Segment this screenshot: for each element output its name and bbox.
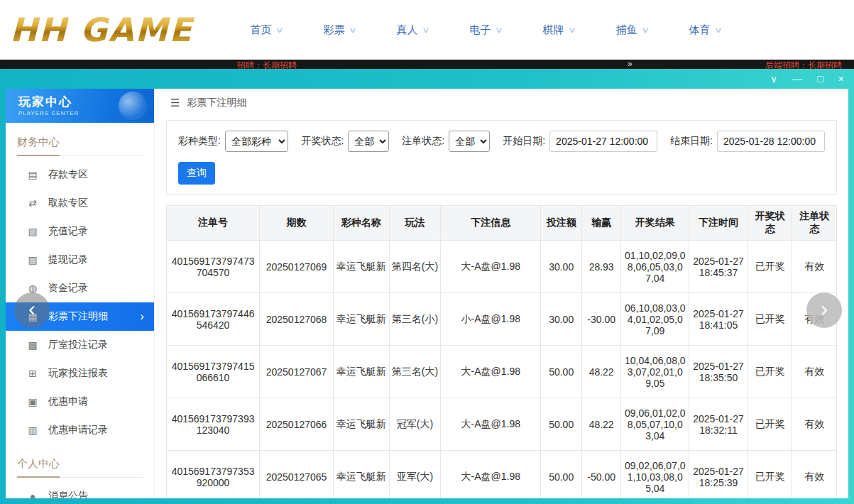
column-header: 下注信息 (441, 206, 541, 241)
table-cell: 401569173797473704570 (167, 241, 260, 293)
column-header: 彩种名称 (333, 206, 389, 241)
sidebar-item[interactable]: ▥优惠申请记录 (6, 416, 154, 444)
nav-item[interactable]: 彩票∨ (303, 23, 376, 37)
column-header: 投注额 (541, 206, 581, 241)
banner-notice: 后端招聘：长期招聘 (765, 60, 842, 69)
table-cell: 已开奖 (748, 346, 792, 398)
collapse-button[interactable]: ∨ (770, 74, 777, 84)
sidebar-section-heading: 财务中心 (17, 136, 143, 156)
recharge-record-icon: ▧ (27, 226, 38, 237)
column-header: 注单号 (167, 206, 260, 241)
draw-status-label: 开奖状态: (301, 135, 344, 148)
lottery-type-label: 彩种类型: (178, 135, 221, 148)
table-row: 40156917379741506661020250127067幸运飞艇新第三名… (167, 346, 837, 398)
table-cell: 已开奖 (748, 451, 792, 499)
table-cell: 2025-01-27 18:41:05 (689, 293, 748, 346)
table-cell: 50.00 (541, 346, 581, 398)
table-cell: 30.00 (541, 293, 581, 346)
table-cell: 09,06,01,02,08,05,07,10,03,04 (621, 398, 689, 451)
main-content: ☰ 彩票下注明细 彩种类型: 全部彩种 开奖状态: 全部 注单状态: 全部 (155, 89, 848, 498)
table-cell: 09,02,06,07,01,10,03,08,05,04 (621, 451, 689, 499)
sidebar-item[interactable]: ⊞玩家投注报表 (6, 359, 154, 388)
banner-next-arrow-icon: » (628, 60, 633, 69)
search-button[interactable]: 查询 (178, 162, 215, 185)
table-cell: 幸运飞艇新 (333, 346, 389, 398)
table-header-row: 注单号期数彩种名称玩法下注信息投注额输赢开奖结果下注时间开奖状态注单状态 (167, 206, 837, 241)
nav-item-label: 捕鱼 (616, 23, 637, 37)
window-titlebar: ∨—□× (0, 69, 854, 89)
start-date-input[interactable] (549, 131, 657, 152)
carousel-right-arrow-icon[interactable]: › (806, 292, 842, 328)
sidebar-item-label: 彩票下注明细 (48, 310, 108, 323)
sidebar-item-label: 优惠申请 (48, 395, 88, 408)
lottery-type-select[interactable]: 全部彩种 (225, 131, 289, 152)
sidebar-menu: ●消息公告 (6, 482, 154, 498)
end-date-input[interactable] (717, 131, 825, 152)
minimize-button[interactable]: — (792, 74, 802, 84)
nav-item[interactable]: 捕鱼∨ (596, 23, 669, 37)
table-cell: 小-A盘@1.98 (441, 293, 541, 346)
column-header: 玩法 (389, 206, 441, 241)
filter-row: 彩种类型: 全部彩种 开奖状态: 全部 注单状态: 全部 开始日期: 结束日期: (178, 131, 825, 152)
table-cell: 大-A盘@1.98 (441, 398, 541, 451)
sidebar-item[interactable]: ●消息公告 (6, 482, 154, 498)
table-row: 40156917379747370457020250127069幸运飞艇新第四名… (167, 241, 837, 293)
sidebar-item[interactable]: ▧充值记录 (6, 217, 154, 246)
table-cell: -50.00 (581, 451, 620, 499)
sidebar-item[interactable]: ▩厅室投注记录 (6, 331, 154, 359)
close-button[interactable]: × (838, 74, 844, 84)
sidebar-item-label: 消息公告 (48, 490, 88, 498)
nav-item-label: 棋牌 (543, 23, 564, 37)
sidebar-item[interactable]: ▨提现记录 (6, 246, 154, 274)
breadcrumb: ☰ 彩票下注明细 (155, 89, 848, 117)
nav-item[interactable]: 首页∨ (230, 23, 303, 37)
filter-panel: 彩种类型: 全部彩种 开奖状态: 全部 注单状态: 全部 开始日期: 结束日期: (166, 120, 837, 195)
table-cell: 20250127065 (260, 451, 334, 499)
nav-item[interactable]: 电子∨ (449, 23, 522, 37)
deposit-icon: ▤ (27, 169, 38, 180)
sidebar-item-label: 取款专区 (48, 197, 88, 209)
nav-item[interactable]: 真人∨ (376, 23, 449, 37)
nav-item[interactable]: 体育∨ (669, 23, 742, 37)
table-cell: 28.93 (581, 241, 620, 293)
column-header: 注单状态 (792, 206, 837, 241)
sphere-decoration-icon (119, 92, 147, 120)
table-cell: 第三名(大) (389, 346, 441, 398)
table-cell: 50.00 (541, 398, 581, 451)
hamburger-menu-icon[interactable]: ☰ (170, 97, 180, 109)
nav-item-label: 电子 (470, 23, 491, 37)
sidebar-item-label: 厅室投注记录 (48, 339, 108, 351)
promo-apply-record-icon: ▥ (27, 424, 38, 436)
column-header: 期数 (260, 206, 334, 241)
table-cell: 已开奖 (748, 398, 792, 451)
table-cell: 401569173797446546420 (167, 293, 260, 346)
table-row: 40156917379744654642020250127068幸运飞艇新第三名… (167, 293, 837, 346)
page-title: 彩票下注明细 (187, 97, 246, 109)
sidebar-item[interactable]: ▣优惠申请 (6, 388, 154, 416)
table-cell: 幸运飞艇新 (333, 451, 389, 499)
promo-apply-icon: ▣ (27, 396, 38, 407)
banner-notice: 招聘：长期招聘 (237, 60, 297, 69)
carousel-left-arrow-icon[interactable]: ‹ (14, 292, 50, 328)
column-header: 下注时间 (689, 206, 748, 241)
table-cell: 冠军(大) (389, 398, 441, 451)
table-cell: 第四名(大) (389, 241, 441, 293)
sidebar-item[interactable]: ⇄取款专区 (6, 189, 154, 217)
table-cell: 01,10,02,09,08,06,05,03,07,04 (621, 241, 689, 293)
chevron-down-icon: ∨ (641, 26, 650, 35)
table-cell: 幸运飞艇新 (333, 241, 389, 293)
table-row: 40156917379739312304020250127066幸运飞艇新冠军(… (167, 398, 837, 451)
table-cell: 有效 (792, 398, 837, 451)
table-cell: 20250127067 (260, 346, 334, 398)
table-cell: 30.00 (541, 241, 581, 293)
player-bet-report-icon: ⊞ (27, 368, 38, 379)
table-cell: 401569173797415066610 (167, 346, 260, 398)
table-cell: 2025-01-27 18:35:50 (689, 346, 748, 398)
nav-item[interactable]: 棋牌∨ (522, 23, 596, 37)
message-icon: ● (27, 491, 38, 498)
sidebar-item[interactable]: ▤存款专区 (6, 160, 154, 189)
order-status-select[interactable]: 全部 (449, 131, 490, 152)
table-cell: 06,10,08,03,04,01,02,05,07,09 (621, 293, 689, 346)
draw-status-select[interactable]: 全部 (348, 131, 389, 152)
maximize-button[interactable]: □ (817, 74, 823, 84)
